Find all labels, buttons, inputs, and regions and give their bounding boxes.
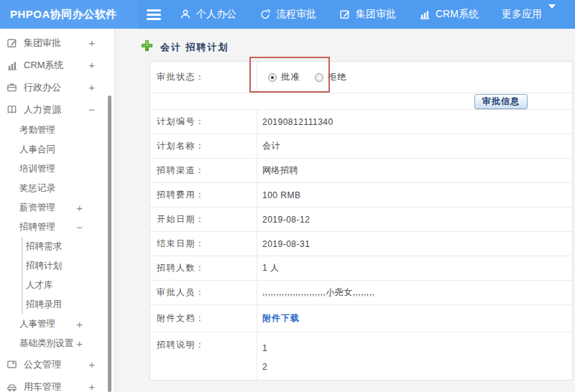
- folder-icon: [6, 359, 18, 370]
- user-icon: [180, 9, 191, 20]
- form-row: 附件文档：附件下载: [150, 305, 572, 332]
- reject-radio-label: 拒绝: [328, 71, 347, 83]
- sidebar-item-label: 集团审批: [24, 37, 61, 50]
- sidebar-item-label: 薪资管理: [19, 202, 55, 214]
- sidebar-item-薪资管理[interactable]: 薪资管理+: [0, 198, 114, 218]
- add-plus-icon: [141, 39, 153, 55]
- sidebar: 集团审批+CRM系统+行政办公+人力资源−考勤管理人事合同培训管理奖惩记录薪资管…: [0, 29, 115, 392]
- sidebar-item-label: 人才库: [26, 279, 53, 291]
- nav-item-2[interactable]: 流程审批: [259, 8, 316, 21]
- sidebar-item-label: 公文管理: [24, 358, 61, 371]
- field-value: ,,,,,,,,,,,,,,,,,,,,,,,小尧女,,,,,,,,: [257, 281, 572, 304]
- approval-form: 审批状态： 批准 拒绝 审批信息 计划编号：20190812111340计划名称…: [150, 61, 573, 381]
- form-row: 招聘渠道：网络招聘: [150, 159, 572, 183]
- value-line: 1: [262, 339, 572, 358]
- expand-plus-icon[interactable]: +: [88, 381, 95, 392]
- sidebar-item-人事管理[interactable]: 人事管理+: [0, 314, 114, 334]
- expand-plus-icon[interactable]: +: [88, 359, 95, 370]
- sidebar-item-label: 招聘需求: [26, 241, 62, 253]
- sidebar-item-用车管理[interactable]: 用车管理+: [0, 375, 114, 392]
- collapse-minus-icon[interactable]: −: [76, 222, 83, 233]
- sidebar-item-label: 人事合同: [19, 144, 55, 156]
- briefcase-icon: [6, 82, 18, 93]
- field-value: 2019-08-12: [257, 207, 572, 231]
- sidebar-item-考勤管理[interactable]: 考勤管理: [0, 121, 114, 140]
- sidebar-item-label: 考勤管理: [19, 124, 55, 136]
- collapse-minus-icon[interactable]: −: [88, 104, 95, 115]
- nav-item-label: 流程审批: [276, 8, 316, 21]
- sidebar-item-奖惩记录[interactable]: 奖惩记录: [0, 179, 114, 198]
- sidebar-item-招聘需求[interactable]: 招聘需求: [22, 237, 114, 256]
- field-label: 招聘说明：: [150, 332, 257, 380]
- sidebar-item-行政办公[interactable]: 行政办公+: [0, 76, 114, 98]
- field-value: 网络招聘: [257, 159, 572, 182]
- top-header: PHPOA协同办公软件 个人办公流程审批集团审批CRM系统更多应用: [0, 0, 575, 29]
- sidebar-item-label: 用车管理: [24, 381, 61, 392]
- field-label: 招聘人数：: [150, 256, 257, 280]
- attachment-download-link[interactable]: 附件下载: [262, 312, 300, 325]
- sidebar-item-基础类别设置[interactable]: 基础类别设置+: [0, 334, 114, 353]
- nav-item-1[interactable]: 个人办公: [180, 8, 236, 21]
- title-bar: 会计 招聘计划: [141, 39, 229, 55]
- nav-item-5[interactable]: 更多应用: [502, 8, 556, 21]
- sidebar-item-人才库[interactable]: 人才库: [22, 276, 114, 295]
- nav-item-3[interactable]: 集团审批: [339, 8, 396, 21]
- field-label: 审批状态：: [150, 62, 257, 93]
- sidebar-item-label: 奖惩记录: [19, 182, 55, 195]
- expand-plus-icon[interactable]: +: [88, 82, 95, 93]
- form-row: 计划名称：会计: [150, 134, 572, 159]
- approval-radio-group: 批准 拒绝: [262, 71, 357, 83]
- bar-chart-icon: [6, 60, 18, 71]
- process-approval-icon: [259, 9, 271, 20]
- field-value: 12: [257, 332, 572, 380]
- app-logo: PHPOA协同办公软件: [0, 0, 138, 29]
- field-label: 结束日期：: [150, 232, 257, 256]
- book-icon: [6, 104, 18, 116]
- nav-item-label: CRM系统: [436, 8, 479, 21]
- form-row: 招聘人数：1 人: [150, 256, 572, 281]
- nav-item-label: 更多应用: [502, 8, 542, 21]
- expand-plus-icon[interactable]: +: [88, 37, 95, 48]
- sidebar-item-招聘计划[interactable]: 招聘计划: [22, 256, 114, 276]
- field-value: 20190812111340: [257, 110, 572, 134]
- expand-plus-icon[interactable]: +: [88, 60, 95, 70]
- sidebar-item-公文管理[interactable]: 公文管理+: [0, 353, 114, 375]
- sidebar-item-CRM系统[interactable]: CRM系统+: [0, 54, 114, 76]
- field-label: 计划编号：: [150, 110, 257, 134]
- sidebar-item-label: 培训管理: [19, 163, 55, 175]
- approve-radio[interactable]: [268, 73, 277, 82]
- expand-plus-icon[interactable]: +: [76, 319, 83, 330]
- sidebar-scrollbar[interactable]: [108, 95, 111, 392]
- edit-square-icon: [6, 37, 18, 49]
- sidebar-item-label: CRM系统: [24, 59, 64, 72]
- reject-radio[interactable]: [315, 73, 323, 82]
- sidebar-item-人事合同[interactable]: 人事合同: [0, 140, 114, 159]
- field-label: 计划名称：: [150, 134, 257, 158]
- field-label: 附件文档：: [150, 305, 257, 332]
- top-nav: 个人办公流程审批集团审批CRM系统更多应用: [180, 8, 556, 21]
- form-row: 计划编号：20190812111340: [150, 110, 572, 134]
- form-row: 招聘说明：12: [150, 332, 572, 380]
- sidebar-item-集团审批[interactable]: 集团审批+: [0, 32, 114, 54]
- approve-radio-label: 批准: [281, 71, 300, 83]
- field-label: 审批人员：: [150, 281, 257, 304]
- sidebar-item-label: 招聘计划: [26, 260, 62, 272]
- form-row: 结束日期：2019-08-31: [150, 232, 572, 256]
- field-value: 1 人: [257, 256, 572, 280]
- hamburger-menu-icon[interactable]: [147, 9, 161, 20]
- approval-info-button[interactable]: 审批信息: [474, 94, 528, 109]
- expand-plus-icon[interactable]: +: [76, 338, 83, 349]
- expand-plus-icon[interactable]: +: [76, 202, 83, 213]
- sidebar-item-招聘录用[interactable]: 招聘录用: [22, 295, 114, 314]
- sidebar-item-人力资源[interactable]: 人力资源−: [0, 98, 114, 121]
- field-value: 100 RMB: [257, 183, 572, 207]
- sidebar-item-培训管理[interactable]: 培训管理: [0, 159, 114, 179]
- field-value: 会计: [257, 134, 572, 158]
- car-icon: [6, 381, 18, 392]
- nav-item-label: 个人办公: [196, 8, 236, 21]
- sidebar-item-label: 招聘录用: [26, 299, 62, 311]
- button-row: 审批信息: [150, 93, 572, 110]
- sidebar-item-招聘管理[interactable]: 招聘管理−: [0, 218, 114, 237]
- nav-item-4[interactable]: CRM系统: [419, 8, 479, 21]
- main-content: 会计 招聘计划 审批状态： 批准 拒绝 审批信息 计划编号：2019081211…: [115, 29, 575, 392]
